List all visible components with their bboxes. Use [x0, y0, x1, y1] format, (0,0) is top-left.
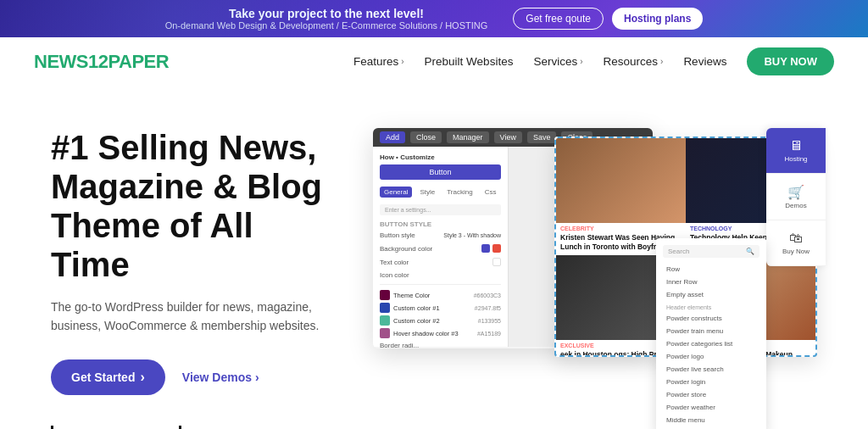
banner-text: Take your project to the next level! On-… — [165, 7, 488, 31]
hero-title: #1 Selling News, Magazine & Blog Theme o… — [51, 128, 339, 284]
button-style-section: BUTTON STYLE — [380, 220, 501, 228]
view-demos-link[interactable]: View Demos › — [182, 370, 259, 384]
panel-search[interactable]: Enter a settings... — [380, 204, 501, 215]
swatch-hover: Hover shadow color #3 #A15189 — [380, 328, 501, 338]
stat-customers: 135 k Happy Customers — [51, 426, 145, 429]
demos-icon: 🛒 — [773, 184, 819, 200]
stat-ratings-number: 7,6 k — [192, 426, 256, 429]
toolbar-manager: Manager — [447, 131, 489, 143]
logo-news: NEWS — [34, 51, 88, 72]
swatch-custom2: Custom color #2 #133955 — [380, 315, 501, 326]
toolbar-save: Save — [527, 131, 557, 143]
nav-reviews[interactable]: Reviews — [683, 55, 726, 68]
swatch-custom1: Custom color #1 #2947.8f5 — [380, 303, 501, 313]
elements-panel: Search 🔍 Row Inner Row Empty asset Heade… — [656, 238, 766, 429]
element-middle-menu[interactable]: Middle menu — [663, 414, 760, 426]
elements-search[interactable]: Search 🔍 — [663, 245, 760, 258]
hero-description: The go-to WordPress builder for news, ma… — [51, 298, 339, 336]
resources-chevron-icon: › — [660, 57, 663, 66]
tab-general[interactable]: General — [380, 187, 412, 198]
bg-color-label: Background color — [380, 245, 432, 253]
nav-resources[interactable]: Resources › — [604, 55, 664, 68]
icon-color-row: Icon color — [380, 271, 501, 279]
element-live-search[interactable]: Powder live search — [663, 363, 760, 376]
right-side-panel: 🖥 Hosting 🛒 Demos 🛍 Buy Now — [766, 128, 826, 266]
nav-services[interactable]: Services › — [533, 55, 582, 68]
swatch-custom1-color — [380, 303, 390, 313]
buy-now-button[interactable]: BUY NOW — [747, 47, 834, 75]
search-icon: 🔍 — [746, 248, 754, 255]
tab-css[interactable]: Css — [481, 187, 501, 198]
nav-features[interactable]: Features › — [353, 55, 404, 68]
rp-hosting[interactable]: 🖥 Hosting — [766, 128, 826, 174]
tab-style[interactable]: Style — [415, 187, 439, 198]
banner-title: Take your project to the next level! — [165, 7, 488, 20]
theme-colors-section: Theme Color #66003C3 Custom color #1 #29… — [380, 284, 501, 338]
hero-right: Add Close Manager View Save Close How • … — [373, 128, 817, 365]
icon-color-label: Icon color — [380, 271, 409, 279]
toolbar-close: Close — [410, 131, 442, 143]
tab-tracking[interactable]: Tracking — [442, 187, 476, 198]
nav-prebuilt[interactable]: Prebuilt Websites — [425, 55, 514, 68]
button-style-label: Button style — [380, 231, 415, 239]
logo-paper: PAPER — [108, 51, 169, 72]
features-chevron-icon: › — [401, 57, 403, 66]
buy-icon: 🛍 — [773, 231, 819, 246]
toolbar-add: Add — [380, 131, 405, 143]
swatch-hover-color — [380, 328, 390, 338]
element-inner-row[interactable]: Inner Row — [663, 276, 760, 288]
element-login[interactable]: Powder login — [663, 376, 760, 388]
preview-container: Add Close Manager View Save Close How • … — [373, 128, 817, 365]
arrow-icon: › — [140, 370, 144, 385]
elements-section-header: Header elements — [663, 304, 760, 310]
banner-buttons: Get free qoute Hosting plans — [513, 8, 703, 30]
builder-panel: How • Customize Button General Style Tra… — [373, 147, 509, 347]
toolbar-view: View — [494, 131, 522, 143]
rp-demos[interactable]: 🛒 Demos — [766, 174, 826, 220]
get-free-quote-button[interactable]: Get free qoute — [513, 8, 604, 30]
top-banner: Take your project to the next level! On-… — [0, 0, 868, 37]
swatch-theme-color — [380, 290, 390, 300]
services-chevron-icon: › — [580, 57, 582, 66]
logo: NEWS12PAPER — [34, 51, 169, 73]
text-color-dots — [492, 258, 501, 266]
news-image-1 — [556, 138, 686, 223]
navbar: NEWS12PAPER Features › Prebuilt Websites… — [0, 37, 868, 86]
hero-buttons: Get Started › View Demos › — [51, 359, 339, 395]
stat-ratings: 7,6 k 5 Star Ratings — [179, 426, 256, 429]
element-weather[interactable]: Powder weather — [663, 401, 760, 414]
hosting-plans-button[interactable]: Hosting plans — [612, 8, 703, 30]
hero-section: #1 Selling News, Magazine & Blog Theme o… — [0, 86, 868, 429]
builder-button-preview: Button — [380, 164, 501, 180]
element-construct[interactable]: Powder constructs — [663, 312, 760, 325]
color-dot-white — [492, 258, 501, 266]
hero-stats: 135 k Happy Customers 7,6 k 5 Star Ratin… — [51, 426, 339, 429]
bg-color-dots — [481, 244, 501, 253]
rp-buy[interactable]: 🛍 Buy Now — [766, 220, 826, 266]
element-store[interactable]: Powder store — [663, 388, 760, 401]
element-categories[interactable]: Powder categories list — [663, 337, 760, 350]
swatch-theme: Theme Color #66003C3 — [380, 290, 501, 300]
demos-arrow-icon: › — [255, 370, 259, 384]
text-color-label: Text color — [380, 259, 409, 266]
banner-subtitle: On-demand Web Design & Development / E-C… — [165, 20, 488, 31]
element-logo[interactable]: Powder logo — [663, 350, 760, 363]
hosting-icon: 🖥 — [773, 138, 819, 153]
stat-customers-number: 135 k — [64, 426, 145, 429]
element-train-menu[interactable]: Powder train menu — [663, 325, 760, 337]
color-dot-purple — [481, 244, 490, 253]
border-radius-row: Border radi... — [380, 342, 501, 348]
border-section: Border radi... Open in ... — [380, 342, 501, 348]
element-empty-asset[interactable]: Empty asset — [663, 288, 760, 301]
get-started-button[interactable]: Get Started › — [51, 359, 165, 395]
logo-12: 12 — [88, 51, 108, 72]
button-style-value: Style 3 - With shadow — [443, 232, 501, 238]
hero-left: #1 Selling News, Magazine & Blog Theme o… — [51, 128, 339, 429]
text-color-row: Text color — [380, 258, 501, 266]
element-row[interactable]: Row — [663, 263, 760, 276]
swatch-custom2-color — [380, 315, 390, 326]
panel-tabs: General Style Tracking Css — [380, 187, 501, 198]
style-select-row: Button style Style 3 - With shadow — [380, 231, 501, 239]
color-dot-red — [492, 244, 501, 253]
news-cat-1: CELEBRITY — [556, 223, 686, 231]
